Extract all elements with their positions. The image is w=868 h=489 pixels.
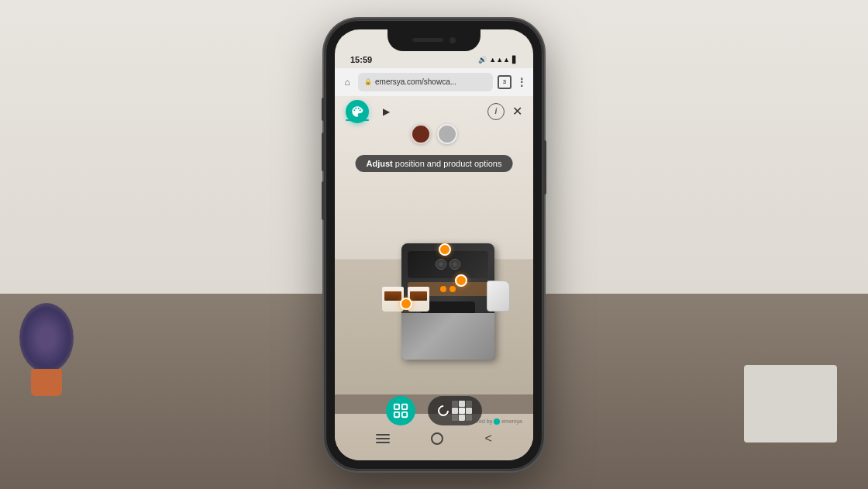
svg-rect-2 <box>394 412 399 416</box>
phone-nav-bar: < <box>335 428 533 449</box>
hotspot-left[interactable] <box>400 298 412 310</box>
machine-btn-1 <box>440 286 446 292</box>
scan-icon <box>392 402 409 419</box>
browser-bar: ⌂ 🔒 emersya.com/showca... 3 ⋮ <box>335 68 533 96</box>
bg-plant-leaves <box>19 303 74 373</box>
ar-play-button[interactable]: ▶ <box>377 102 395 121</box>
bg-plant <box>16 303 78 396</box>
ar-close-button[interactable]: ✕ <box>512 104 522 119</box>
adjust-hint-banner: Adjust position and product options <box>356 155 513 172</box>
emersya-brand: emersya <box>501 418 522 424</box>
notch-camera <box>450 37 456 43</box>
status-icons: 🔊 ▲▲▲ ▋ <box>478 56 518 64</box>
notch-speaker <box>412 38 443 42</box>
home-icon: ⌂ <box>344 77 350 88</box>
cup-coffee-2 <box>410 291 427 301</box>
cup-coffee-1 <box>384 291 401 301</box>
powered-by-text: powered by <box>464 418 492 424</box>
color-swatch-dark-red[interactable] <box>411 124 431 144</box>
phone-notch <box>388 29 480 51</box>
play-icon: ▶ <box>383 106 390 117</box>
browser-menu-button[interactable]: ⋮ <box>516 76 527 88</box>
powered-by-banner: powered by emersya <box>464 418 522 425</box>
nav-back-icon: < <box>484 432 491 446</box>
phone-screen: 15:59 🔊 ▲▲▲ ▋ ⌂ 🔒 emersya.com/showca... … <box>335 29 533 460</box>
color-swatch-silver[interactable] <box>437 124 457 144</box>
color-swatches-container <box>411 124 457 144</box>
palette-active-underline <box>346 119 369 121</box>
bg-plant-pot <box>31 369 62 396</box>
ar-toolbar-top: ▶ i ✕ <box>335 96 533 127</box>
hotspot-right[interactable] <box>455 274 467 287</box>
close-icon: ✕ <box>512 105 522 118</box>
phone-wrapper: 15:59 🔊 ▲▲▲ ▋ ⌂ 🔒 emersya.com/showca... … <box>326 20 542 470</box>
machine-dial-2 <box>450 259 460 270</box>
bg-box-right <box>744 365 837 443</box>
nav-home-icon <box>431 432 443 445</box>
adjust-rest-text: position and product options <box>393 159 502 168</box>
phone-button-mute <box>322 98 325 121</box>
status-time: 15:59 <box>350 55 372 64</box>
nav-menu-button[interactable] <box>376 434 390 443</box>
url-text: emersya.com/showca... <box>375 77 456 86</box>
machine-dial <box>436 259 446 270</box>
browser-home-button[interactable]: ⌂ <box>341 76 353 88</box>
status-bar: 15:59 🔊 ▲▲▲ ▋ <box>335 51 533 68</box>
ar-info-button[interactable]: i <box>487 103 505 120</box>
lock-icon: 🔒 <box>364 78 372 85</box>
coffee-machine-model[interactable] <box>394 236 494 360</box>
phone-button-vol-down <box>322 181 325 220</box>
machine-top-panel <box>408 251 488 278</box>
nav-back-button[interactable]: < <box>484 432 491 446</box>
refresh-icon <box>436 403 451 418</box>
phone-button-power <box>543 140 546 195</box>
milk-jug <box>487 281 510 312</box>
svg-rect-1 <box>402 404 407 408</box>
signal-icon: ▲▲▲ <box>489 56 510 64</box>
info-icon: i <box>495 107 498 115</box>
svg-rect-3 <box>402 412 407 416</box>
url-bar[interactable]: 🔒 emersya.com/showca... <box>358 73 493 91</box>
machine-btn-2 <box>450 286 456 292</box>
battery-icon: ▋ <box>512 56 518 64</box>
hotspot-top[interactable] <box>439 243 451 256</box>
emersya-logo-dot <box>494 418 500 425</box>
ar-scan-button[interactable] <box>386 396 415 425</box>
nav-home-button[interactable] <box>431 432 443 445</box>
ar-toolbar-right: i ✕ <box>487 103 522 120</box>
tab-count-button[interactable]: 3 <box>498 75 512 89</box>
adjust-bold-text: Adjust <box>367 159 393 168</box>
phone-frame: 15:59 🔊 ▲▲▲ ▋ ⌂ 🔒 emersya.com/showca... … <box>326 20 542 470</box>
svg-rect-0 <box>394 404 399 408</box>
machine-silver-panel <box>401 313 494 360</box>
speaker-icon: 🔊 <box>478 56 487 64</box>
phone-button-vol-up <box>322 133 325 171</box>
nav-menu-icon <box>376 434 390 443</box>
palette-icon <box>351 105 363 118</box>
